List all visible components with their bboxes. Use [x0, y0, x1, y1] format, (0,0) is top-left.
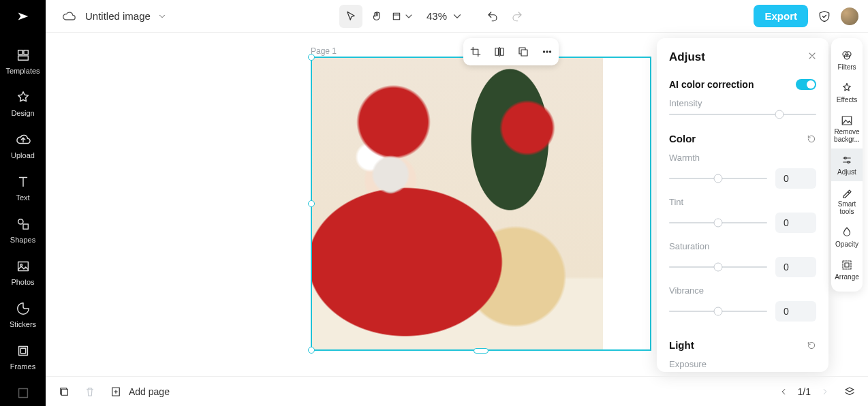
svg-point-7 — [20, 264, 22, 266]
tint-slider[interactable] — [669, 222, 767, 223]
warmth-slider[interactable] — [669, 178, 767, 179]
rail-design[interactable]: Design — [0, 83, 46, 125]
color-section-label: Color — [669, 133, 696, 144]
reset-icon[interactable] — [807, 134, 816, 144]
rr-adjust[interactable]: Adjust — [831, 149, 863, 181]
add-page-icon — [110, 386, 122, 398]
svg-rect-6 — [18, 262, 28, 271]
slider-handle[interactable] — [775, 110, 784, 119]
canvas-area[interactable]: Page 1 — [46, 33, 654, 376]
rail-label: Photos — [11, 278, 34, 286]
cursor-icon — [345, 10, 357, 22]
rr-effects[interactable]: Effects — [831, 76, 863, 109]
svg-rect-2 — [23, 50, 27, 54]
context-toolbar — [463, 38, 559, 65]
tint-value[interactable]: 0 — [775, 213, 816, 233]
hand-tool[interactable] — [365, 5, 388, 28]
effects-icon — [841, 82, 853, 94]
svg-rect-23 — [843, 261, 851, 269]
next-page-icon[interactable] — [820, 387, 830, 396]
canvas-tool-group: 43% — [339, 5, 529, 28]
rr-opacity[interactable]: Opacity — [831, 221, 863, 253]
slider-handle[interactable] — [714, 174, 723, 183]
rail-label: Stickers — [10, 320, 36, 328]
rr-filters[interactable]: Filters — [831, 44, 863, 76]
resize-handle-ml[interactable] — [308, 200, 315, 207]
page-indicator: 1/1 — [798, 386, 811, 397]
resize-handle-tl[interactable] — [308, 54, 315, 61]
flip-icon — [493, 46, 506, 58]
rail-text[interactable]: Text — [0, 168, 46, 210]
svg-rect-5 — [23, 224, 28, 229]
ctx-more-button[interactable] — [537, 42, 557, 62]
add-page-button[interactable]: Add page — [110, 386, 170, 398]
saturation-slider[interactable] — [669, 266, 767, 268]
rr-arrange[interactable]: Arrange — [831, 253, 863, 286]
ctx-flip-button[interactable] — [489, 42, 510, 62]
rr-label: Opacity — [835, 240, 858, 248]
resize-handle-bl[interactable] — [308, 347, 315, 354]
saturation-value[interactable]: 0 — [775, 257, 816, 277]
svg-rect-13 — [521, 50, 527, 56]
delete-page-icon[interactable] — [84, 386, 96, 398]
opacity-icon — [841, 226, 853, 238]
remove-bg-icon — [841, 114, 853, 127]
rr-smart-tools[interactable]: Smarttools — [831, 181, 863, 221]
slider-handle[interactable] — [714, 307, 723, 316]
redo-button[interactable] — [506, 5, 529, 28]
redo-icon — [511, 10, 523, 22]
templates-icon — [16, 48, 31, 63]
warmth-value[interactable]: 0 — [775, 168, 816, 189]
cursor-tool[interactable] — [339, 5, 362, 28]
zoom-dropdown[interactable]: 43% — [417, 5, 466, 28]
text-icon — [16, 174, 31, 189]
rail-templates[interactable]: Templates — [0, 41, 46, 83]
zoom-level: 43% — [427, 10, 447, 22]
svg-rect-1 — [18, 50, 22, 54]
rr-label: Effects — [837, 96, 857, 104]
selection-outline[interactable] — [311, 57, 651, 351]
rail-frames[interactable]: Frames — [0, 337, 46, 379]
resize-handle-bc[interactable] — [474, 348, 489, 354]
rr-label: Adjust — [837, 168, 856, 176]
ctx-crop-button[interactable] — [465, 42, 486, 62]
user-avatar[interactable] — [841, 7, 858, 25]
app-logo[interactable] — [0, 0, 46, 33]
intensity-slider[interactable] — [669, 114, 816, 115]
design-icon — [16, 90, 31, 105]
duplicate-page-icon[interactable] — [58, 386, 70, 398]
ctx-copy-button[interactable] — [513, 42, 533, 62]
upload-icon — [16, 132, 31, 147]
filters-icon — [841, 49, 853, 61]
document-title-dropdown[interactable]: Untitled image — [85, 10, 167, 22]
export-button[interactable]: Export — [754, 5, 808, 27]
vibrance-value[interactable]: 0 — [775, 301, 816, 322]
rail-more[interactable] — [0, 379, 46, 406]
vibrance-slider[interactable] — [669, 311, 767, 312]
reset-icon[interactable] — [807, 341, 816, 350]
left-tool-rail: Templates Design Upload Text Shapes Phot… — [0, 33, 46, 406]
slider-handle[interactable] — [714, 219, 723, 228]
shield-icon[interactable] — [818, 10, 831, 23]
rail-stickers[interactable]: Stickers — [0, 294, 46, 337]
prev-page-icon[interactable] — [779, 387, 788, 396]
cloud-icon[interactable] — [62, 10, 76, 23]
adjust-icon — [841, 154, 853, 166]
slider-handle[interactable] — [714, 263, 723, 272]
ai-correction-toggle[interactable] — [796, 79, 816, 90]
rail-shapes[interactable]: Shapes — [0, 210, 46, 252]
svg-rect-24 — [845, 263, 849, 267]
rail-photos[interactable]: Photos — [0, 252, 46, 294]
rr-label: Arrange — [835, 273, 859, 281]
undo-button[interactable] — [481, 5, 504, 28]
rr-remove-bg[interactable]: Removebackgr... — [831, 109, 863, 149]
photos-icon — [16, 259, 31, 274]
copy-icon — [517, 46, 529, 58]
crop-ratio-dropdown[interactable] — [391, 5, 414, 28]
close-icon[interactable] — [807, 50, 818, 61]
top-bar: Untitled image 43% Export — [0, 0, 868, 33]
rail-upload[interactable]: Upload — [0, 125, 46, 168]
layers-panel-icon[interactable] — [843, 386, 856, 398]
smart-tools-icon — [841, 187, 853, 199]
rr-label: Smarttools — [838, 201, 856, 215]
